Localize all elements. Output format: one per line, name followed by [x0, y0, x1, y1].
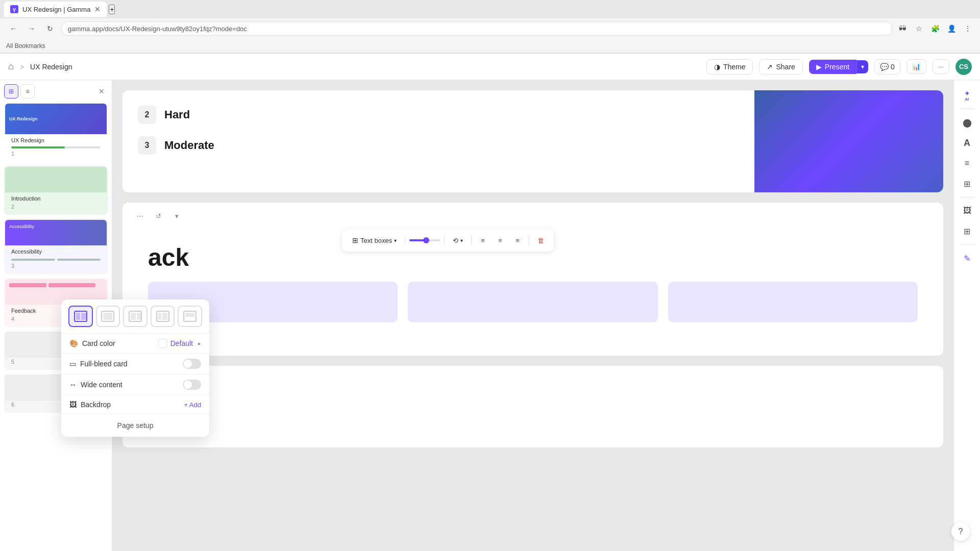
table-btn[interactable]: ⊞ [958, 222, 976, 240]
layout-btn[interactable]: ≡ [958, 154, 976, 172]
text-boxes-label: Text boxes [360, 237, 392, 244]
slide-num-2: 2 [8, 204, 104, 212]
slider-track[interactable] [409, 239, 440, 241]
panel-separator-1 [960, 109, 975, 109]
browser-chrome: γ UX Redesign | Gamma ✕ + ← → ↻ gamma.ap… [0, 0, 980, 54]
color-chevron-icon: ▸ [198, 340, 201, 347]
present-dropdown-btn[interactable]: ▾ [856, 60, 868, 73]
card-2[interactable]: ⋯ ↺ ▾ ⊞ Text boxes ▾ [122, 203, 943, 356]
panel-separator-3 [960, 244, 975, 245]
share-label: Share [776, 63, 795, 71]
slide-thumb-3[interactable]: Accessibility Accessibility 3 [4, 219, 108, 274]
ai-assistant-btn[interactable]: ✦ AI [958, 86, 976, 105]
layout-icon-1 [74, 310, 88, 322]
svg-rect-9 [158, 313, 161, 320]
layout-opt-1[interactable] [68, 306, 93, 327]
align-right-btn[interactable]: ≡ [510, 233, 525, 247]
wide-content-toggle-thumb [184, 381, 192, 389]
layout-icon-3 [128, 310, 142, 322]
browser-tabs: γ UX Redesign | Gamma ✕ + [0, 0, 980, 18]
text-boxes-btn[interactable]: ⊞ Text boxes ▾ [348, 234, 401, 246]
full-bleed-toggle[interactable] [183, 359, 201, 369]
size-slider[interactable] [409, 239, 440, 241]
content-card-3[interactable] [668, 282, 918, 322]
slide-thumb-2[interactable]: Introduction 2 [4, 166, 108, 215]
breadcrumb-text[interactable]: UX Redesign [30, 63, 72, 71]
card-3[interactable] [122, 366, 943, 447]
reload-btn[interactable]: ↻ [43, 21, 57, 36]
card-toolbar: ⋯ ↺ ▾ [133, 209, 184, 223]
page-setup-btn[interactable]: Page setup [61, 414, 209, 437]
format-toolbar: ⊞ Text boxes ▾ ⟲ ▾ ≡ ≡ [342, 229, 554, 252]
slide-label-2: Introduction [8, 193, 104, 204]
card-undo-btn[interactable]: ↺ [151, 209, 165, 223]
share-button[interactable]: ↗ Share [759, 59, 802, 74]
color-palette-btn[interactable]: ⬤ [958, 113, 976, 132]
slide-thumb-1[interactable]: UX Redesign UX Redesign 1 [4, 103, 108, 162]
new-tab-btn[interactable]: + [109, 5, 115, 14]
align-left-btn[interactable]: ≡ [476, 233, 490, 247]
layout-opt-3[interactable] [123, 306, 148, 327]
text-boxes-chevron: ▾ [394, 238, 397, 243]
nav-actions: 🕶 ☆ 🧩 👤 ⋮ [896, 22, 974, 35]
transform-btn[interactable]: ⟲ ▾ [449, 235, 467, 246]
tab-close-btn[interactable]: ✕ [94, 5, 101, 13]
wide-content-row: ↔ Wide content [61, 374, 209, 395]
align-center-btn[interactable]: ≡ [493, 233, 507, 247]
help-button[interactable]: ? [951, 522, 970, 541]
present-button[interactable]: ▶ Present [809, 60, 856, 74]
card-options-btn[interactable]: ⋯ [133, 209, 147, 223]
layout-icon-4 [156, 310, 170, 322]
toolbar-sep-3 [471, 235, 472, 245]
sidebar-grid-view-btn[interactable]: ⊞ [4, 84, 18, 98]
sidebar-list-view-btn[interactable]: ≡ [20, 84, 35, 98]
color-value-label: Default [170, 339, 193, 347]
list-item-3: 3 Moderate [138, 136, 739, 155]
panel-separator-2 [960, 197, 975, 197]
card-color-row[interactable]: 🎨 Card color Default ▸ [61, 334, 209, 353]
active-tab[interactable]: γ UX Redesign | Gamma ✕ [4, 2, 107, 17]
wide-content-toggle[interactable] [183, 380, 201, 390]
app: ⌂ > UX Redesign ◑ Theme ↗ Share ▶ Presen… [0, 54, 980, 551]
toolbar-sep-1 [405, 235, 405, 245]
user-avatar[interactable]: CS [955, 59, 972, 75]
profile-icon[interactable]: 👤 [945, 22, 958, 35]
page-setup-label: Page setup [117, 421, 154, 430]
forward-btn[interactable]: → [24, 21, 39, 36]
content-card-2[interactable] [408, 282, 657, 322]
full-bleed-row: ▭ Full-bleed card [61, 354, 209, 374]
backdrop-add-btn[interactable]: + Add [184, 401, 201, 409]
slide-preview-3: Accessibility [5, 220, 107, 245]
more-options-button[interactable]: ··· [933, 59, 949, 74]
browser-nav: ← → ↻ gamma.app/docs/UX-Redesign-utuw9ty… [0, 18, 980, 39]
slide-num-3: 3 [8, 263, 104, 271]
url-text: gamma.app/docs/UX-Redesign-utuw9ty82oy1f… [68, 25, 247, 33]
incognito-icon: 🕶 [896, 22, 909, 35]
comments-button[interactable]: 💬 0 [874, 59, 900, 74]
edit-btn[interactable]: ✎ [958, 249, 976, 267]
theme-button[interactable]: ◑ Theme [706, 59, 753, 74]
analytics-button[interactable]: 📊 [906, 59, 926, 74]
layout-opt-4[interactable] [151, 306, 175, 327]
ai-badge: AI [965, 97, 969, 102]
layout-opt-2[interactable] [96, 306, 120, 327]
typography-btn[interactable]: A [958, 134, 976, 152]
slider-thumb [423, 237, 429, 243]
grid-btn[interactable]: ⊞ [958, 174, 976, 193]
image-btn[interactable]: 🖼 [958, 202, 976, 220]
extensions-icon[interactable]: 🧩 [929, 22, 941, 35]
comment-icon: 💬 [880, 63, 889, 71]
settings-dots-icon[interactable]: ⋮ [962, 22, 974, 35]
toolbar-sep-4 [529, 235, 529, 245]
sidebar-close-btn[interactable]: ✕ [95, 85, 108, 97]
slide-progress-fill-1 [11, 146, 65, 148]
canvas-area: 2 Hard 3 Moderate ⋯ ↺ ▾ [112, 80, 953, 551]
backdrop-row[interactable]: 🖼 Backdrop + Add [61, 395, 209, 414]
back-btn[interactable]: ← [6, 21, 20, 36]
layout-opt-5[interactable] [178, 306, 202, 327]
bookmark-star-icon[interactable]: ☆ [913, 22, 925, 35]
card-redo-btn[interactable]: ▾ [169, 209, 184, 223]
delete-btn[interactable]: 🗑 [533, 233, 548, 247]
address-bar[interactable]: gamma.app/docs/UX-Redesign-utuw9ty82oy1f… [61, 21, 892, 36]
home-btn[interactable]: ⌂ [8, 61, 14, 72]
